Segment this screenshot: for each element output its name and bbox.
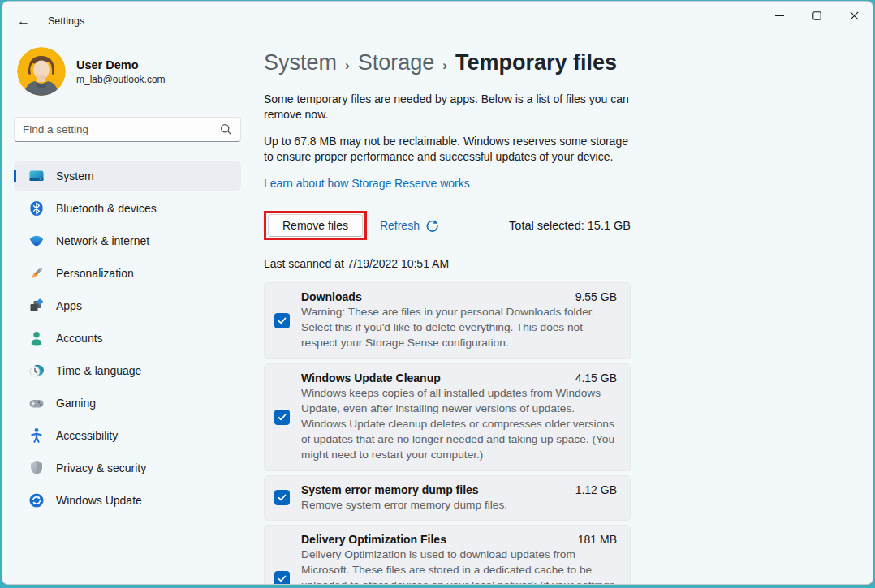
accessibility-icon xyxy=(28,427,45,444)
check-icon xyxy=(277,315,287,326)
gaming-icon xyxy=(28,395,45,411)
sidebar-item-label: Accounts xyxy=(56,332,103,345)
refresh-label: Refresh xyxy=(380,219,420,232)
sidebar-item-gaming[interactable]: Gaming xyxy=(14,388,241,418)
system-icon xyxy=(28,168,45,184)
breadcrumb-separator: › xyxy=(345,58,350,74)
item-size: 9.55 GB xyxy=(566,290,617,303)
total-selected: Total selected: 15.1 GB xyxy=(509,219,631,232)
close-icon xyxy=(850,11,859,20)
list-item-downloads: Downloads 9.55 GB Warning: These are fil… xyxy=(264,282,631,359)
minimize-button[interactable] xyxy=(761,2,798,29)
sidebar-item-label: Network & internet xyxy=(56,234,149,247)
item-title: Windows Update Cleanup xyxy=(301,371,441,384)
last-scanned: Last scanned at 7/19/2022 10:51 AM xyxy=(264,257,631,270)
breadcrumb-storage[interactable]: Storage xyxy=(358,50,435,75)
downloads-checkbox[interactable] xyxy=(274,313,290,328)
sidebar-item-accessibility[interactable]: Accessibility xyxy=(14,421,241,450)
check-icon xyxy=(277,573,287,584)
settings-window: ← Settings xyxy=(2,1,873,585)
personalization-icon xyxy=(28,265,45,281)
avatar xyxy=(17,47,66,96)
refresh-button[interactable]: Refresh xyxy=(380,219,439,233)
item-description: Delivery Optimization is used to downloa… xyxy=(301,547,617,585)
sidebar: User Demo m_lab@outlook.com System xyxy=(2,41,252,584)
item-description: Warning: These are files in your persona… xyxy=(301,305,617,351)
user-name: User Demo xyxy=(76,58,166,71)
temp-files-list: Downloads 9.55 GB Warning: These are fil… xyxy=(264,282,631,585)
apps-icon xyxy=(28,298,45,314)
sidebar-item-label: Accessibility xyxy=(56,429,118,442)
sidebar-item-label: Bluetooth & devices xyxy=(56,202,157,215)
breadcrumb-system[interactable]: System xyxy=(264,50,337,75)
privacy-security-icon xyxy=(28,460,45,476)
time-language-icon xyxy=(28,363,45,379)
sidebar-item-label: Windows Update xyxy=(56,494,142,507)
action-row: Remove files Refresh Total selected: 15.… xyxy=(264,211,631,240)
sidebar-item-bluetooth-devices[interactable]: Bluetooth & devices xyxy=(14,194,241,223)
minimize-icon xyxy=(775,11,784,20)
user-profile[interactable]: User Demo m_lab@outlook.com xyxy=(17,47,239,96)
network-icon xyxy=(28,233,45,249)
item-description: Remove system error memory dump files. xyxy=(301,498,617,513)
main-content: System › Storage › Temporary files Some … xyxy=(264,41,631,584)
sidebar-item-network-internet[interactable]: Network & internet xyxy=(14,226,241,255)
storage-reserve-link[interactable]: Learn about how Storage Reserve works xyxy=(264,177,470,190)
maximize-button[interactable] xyxy=(798,2,835,29)
sidebar-item-apps[interactable]: Apps xyxy=(14,291,241,320)
sidebar-nav: System Bluetooth & devices Network & int… xyxy=(14,161,241,515)
sidebar-item-label: Privacy & security xyxy=(56,461,146,474)
titlebar: ← Settings xyxy=(2,2,873,41)
intro-text: Some temporary files are needed by apps.… xyxy=(264,92,631,123)
item-description: Windows keeps copies of all installed up… xyxy=(301,386,617,463)
item-title: Downloads xyxy=(301,290,362,303)
item-title: Delivery Optimization Files xyxy=(301,533,446,546)
sidebar-item-system[interactable]: System xyxy=(14,161,241,191)
close-button[interactable] xyxy=(835,2,873,29)
breadcrumb-separator: › xyxy=(442,58,447,74)
delivery-optimization-checkbox[interactable] xyxy=(274,571,290,585)
windows-update-icon xyxy=(28,492,45,509)
back-button[interactable]: ← xyxy=(11,8,37,34)
selection-indicator xyxy=(14,170,16,182)
search-input[interactable] xyxy=(23,123,220,135)
remove-files-button[interactable]: Remove files xyxy=(268,214,363,237)
check-icon xyxy=(277,412,287,423)
maximize-icon xyxy=(812,11,821,20)
refresh-icon xyxy=(425,219,439,233)
window-title: Settings xyxy=(48,15,84,27)
sidebar-item-label: Gaming xyxy=(56,397,96,410)
sidebar-item-label: System xyxy=(56,170,94,182)
back-arrow-icon: ← xyxy=(17,14,30,28)
breadcrumb: System › Storage › Temporary files xyxy=(264,50,631,75)
list-item-delivery-optimization: Delivery Optimization Files 181 MB Deliv… xyxy=(264,525,631,585)
page-title: Temporary files xyxy=(455,50,617,75)
system-error-dump-checkbox[interactable] xyxy=(274,490,290,505)
windows-update-cleanup-checkbox[interactable] xyxy=(274,410,290,425)
sidebar-item-accounts[interactable]: Accounts xyxy=(14,324,241,353)
sidebar-item-label: Time & language xyxy=(56,364,141,377)
item-title: System error memory dump files xyxy=(301,483,479,496)
sidebar-item-privacy-security[interactable]: Privacy & security xyxy=(14,453,241,483)
sidebar-item-label: Apps xyxy=(56,299,82,312)
user-email: m_lab@outlook.com xyxy=(76,74,166,85)
search-icon xyxy=(220,123,232,135)
bluetooth-icon xyxy=(28,200,45,217)
sidebar-item-personalization[interactable]: Personalization xyxy=(14,259,241,288)
reserve-note-text: Up to 67.8 MB may not be reclaimable. Wi… xyxy=(264,134,631,165)
accounts-icon xyxy=(28,330,45,346)
item-size: 1.12 GB xyxy=(566,483,617,496)
list-item-system-error-memory-dump: System error memory dump files 1.12 GB R… xyxy=(264,475,631,521)
list-item-windows-update-cleanup: Windows Update Cleanup 4.15 GB Windows k… xyxy=(264,363,631,471)
item-size: 4.15 GB xyxy=(566,371,617,384)
remove-files-highlight: Remove files xyxy=(264,211,367,240)
sidebar-item-time-language[interactable]: Time & language xyxy=(14,356,241,385)
check-icon xyxy=(277,492,287,503)
sidebar-item-windows-update[interactable]: Windows Update xyxy=(14,486,241,515)
search-box[interactable] xyxy=(14,117,241,142)
sidebar-item-label: Personalization xyxy=(56,267,134,280)
item-size: 181 MB xyxy=(568,533,617,546)
